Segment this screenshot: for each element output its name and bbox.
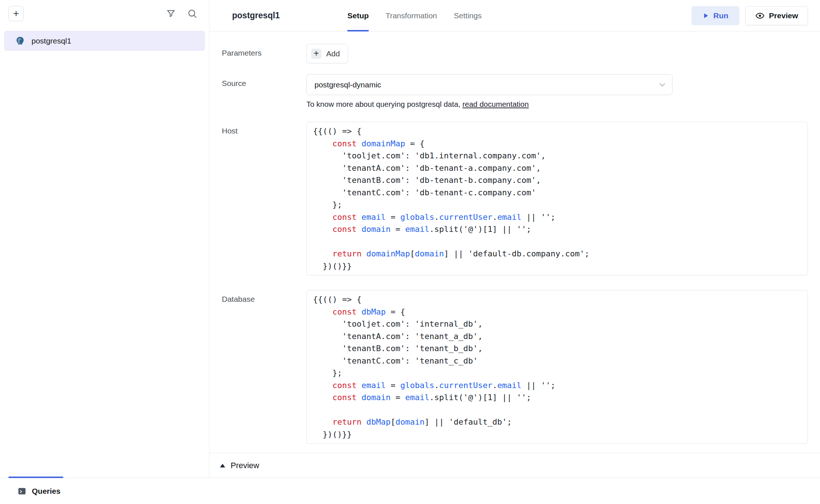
read-documentation-link[interactable]: read documentation bbox=[462, 100, 529, 108]
query-list-item-postgresql1[interactable]: postgresql1 bbox=[4, 31, 205, 51]
query-setup-form: Parameters + Add Source postgresql-dynam… bbox=[209, 31, 820, 444]
queries-icon bbox=[17, 486, 27, 496]
query-header: postgresql1 Setup Transformation Setting… bbox=[209, 0, 820, 31]
parameters-row: Parameters + Add bbox=[222, 44, 808, 63]
database-code-editor[interactable]: {{(() => { const dbMap = { 'tooljet.com'… bbox=[306, 290, 808, 444]
add-parameter-button[interactable]: + Add bbox=[306, 44, 348, 63]
preview-section-label: Preview bbox=[231, 461, 259, 470]
app-window: + postgresql1 bbox=[0, 0, 820, 504]
host-code-editor[interactable]: {{(() => { const domainMap = { 'tooljet.… bbox=[306, 122, 808, 275]
sidebar-toolbar: + bbox=[0, 0, 209, 21]
database-row: Database {{(() => { const dbMap = { 'too… bbox=[222, 290, 808, 444]
query-tabs: Setup Transformation Settings bbox=[347, 0, 482, 31]
tab-settings[interactable]: Settings bbox=[454, 0, 482, 31]
host-row: Host {{(() => { const domainMap = { 'too… bbox=[222, 122, 808, 275]
body-row: + postgresql1 bbox=[0, 0, 820, 478]
chevron-down-icon bbox=[657, 80, 667, 90]
play-icon bbox=[702, 12, 709, 19]
header-actions: Run Preview bbox=[692, 6, 808, 25]
parameters-label: Parameters bbox=[222, 44, 306, 57]
source-select-value: postgresql-dynamic bbox=[314, 80, 381, 89]
tab-transformation[interactable]: Transformation bbox=[385, 0, 437, 31]
preview-section-toggle[interactable]: Preview bbox=[209, 453, 820, 478]
search-icon[interactable] bbox=[187, 8, 197, 19]
host-label: Host bbox=[222, 122, 306, 135]
eye-icon bbox=[755, 11, 765, 20]
queries-tab[interactable]: Queries bbox=[32, 487, 60, 496]
query-list: postgresql1 bbox=[0, 21, 209, 51]
queries-tab-active-indicator bbox=[8, 477, 63, 478]
query-editor-panel: postgresql1 Setup Transformation Setting… bbox=[209, 0, 820, 478]
source-select[interactable]: postgresql-dynamic bbox=[306, 74, 672, 95]
filter-icon[interactable] bbox=[166, 8, 176, 19]
queries-sidebar: + postgresql1 bbox=[0, 0, 209, 478]
collapse-up-icon bbox=[220, 463, 225, 468]
bottom-panel-bar: Queries bbox=[0, 478, 820, 504]
plus-icon: + bbox=[311, 49, 321, 59]
source-row: Source postgresql-dynamic To know more a… bbox=[222, 74, 808, 109]
source-label: Source bbox=[222, 74, 306, 88]
tab-setup[interactable]: Setup bbox=[347, 0, 369, 31]
run-button[interactable]: Run bbox=[692, 6, 739, 25]
preview-button[interactable]: Preview bbox=[745, 6, 808, 25]
add-query-button[interactable]: + bbox=[8, 6, 24, 21]
query-name-title[interactable]: postgresql1 bbox=[232, 11, 280, 20]
postgresql-icon bbox=[15, 36, 25, 46]
database-label: Database bbox=[222, 290, 306, 304]
query-item-label: postgresql1 bbox=[31, 37, 71, 45]
source-helper-text: To know more about querying postgresql d… bbox=[306, 100, 808, 109]
